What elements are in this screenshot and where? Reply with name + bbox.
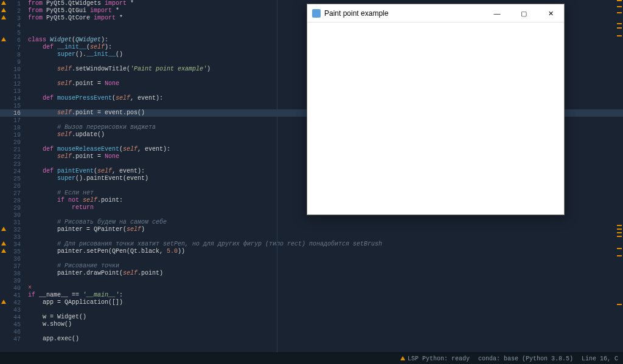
line-number: 37 — [0, 263, 24, 270]
warning-icon — [1, 300, 6, 304]
code-line[interactable]: × — [24, 284, 623, 292]
status-conda: conda: base (Python 3.8.5) — [478, 355, 573, 362]
warning-icon — [1, 37, 6, 41]
line-number: 28 — [0, 197, 24, 204]
status-lsp: LSP Python: ready — [400, 355, 470, 362]
line-number: 42 — [0, 299, 24, 306]
line-number: 2 — [0, 7, 24, 15]
line-number: 25 — [0, 175, 24, 182]
line-number: 35 — [0, 248, 24, 255]
minimap-mark — [617, 248, 622, 249]
line-number: 24 — [0, 168, 24, 175]
line-number: 38 — [0, 270, 24, 277]
minimap-mark — [617, 35, 622, 36]
line-number: 26 — [0, 182, 24, 190]
line-number: 19 — [0, 131, 24, 139]
minimap-mark — [617, 0, 622, 1]
warning-icon — [1, 15, 6, 19]
line-number: 29 — [0, 204, 24, 211]
minimap-mark — [617, 228, 622, 230]
line-number: 22 — [0, 153, 24, 160]
code-line[interactable] — [24, 306, 623, 314]
minimap-mark — [617, 27, 622, 29]
minimap-markers — [616, 0, 622, 352]
line-number: 41 — [0, 292, 24, 299]
code-line[interactable]: # Рисование точки — [24, 263, 623, 270]
line-number: 34 — [0, 241, 24, 248]
line-number: 47 — [0, 335, 24, 343]
line-number: 16 — [0, 109, 24, 117]
line-number: 5 — [0, 29, 24, 36]
minimap-mark — [617, 255, 622, 256]
code-line[interactable] — [24, 255, 623, 263]
app-icon — [312, 9, 321, 18]
line-number: 9 — [0, 58, 24, 66]
line-number: 21 — [0, 146, 24, 153]
code-line[interactable]: if __name__ == '__main__': — [24, 292, 623, 299]
line-number: 7 — [0, 44, 24, 51]
code-line[interactable]: # Рисовать будем на самом себе — [24, 219, 623, 226]
code-line[interactable]: painter = QPainter(self) — [24, 226, 623, 233]
status-position: Line 16, C — [582, 355, 618, 362]
line-number: 44 — [0, 314, 24, 321]
line-number: 17 — [0, 117, 24, 124]
line-number: 30 — [0, 211, 24, 219]
line-number: 39 — [0, 277, 24, 284]
code-line[interactable] — [24, 277, 623, 284]
warning-icon — [400, 356, 405, 360]
minimap-mark — [617, 12, 622, 13]
warning-icon — [1, 8, 6, 12]
code-line[interactable] — [24, 233, 623, 241]
line-number: 45 — [0, 321, 24, 328]
line-number: 43 — [0, 306, 24, 314]
warning-icon — [1, 249, 6, 253]
line-number: 3 — [0, 15, 24, 22]
line-number: 18 — [0, 124, 24, 131]
line-number: 32 — [0, 226, 24, 233]
line-number: 14 — [0, 95, 24, 102]
code-line[interactable]: app = QApplication([]) — [24, 299, 623, 306]
warning-icon — [1, 227, 6, 231]
minimap-mark — [617, 225, 622, 226]
line-number: 46 — [0, 328, 24, 335]
warning-icon — [1, 1, 6, 5]
minimap-mark — [617, 232, 622, 233]
code-line[interactable]: w = Widget() — [24, 314, 623, 321]
line-number: 6 — [0, 36, 24, 44]
line-number: 12 — [0, 80, 24, 88]
line-number: 11 — [0, 73, 24, 80]
warning-icon — [1, 241, 6, 246]
line-number: 27 — [0, 190, 24, 197]
line-number: 1 — [0, 0, 24, 7]
line-number: 36 — [0, 255, 24, 263]
line-number: 4 — [0, 22, 24, 29]
code-line[interactable]: w.show() — [24, 321, 623, 328]
close-button[interactable]: ✕ — [537, 4, 564, 22]
line-number: 8 — [0, 51, 24, 58]
line-number: 33 — [0, 233, 24, 241]
status-bar: LSP Python: ready conda: base (Python 3.… — [0, 352, 623, 364]
line-number: 10 — [0, 66, 24, 73]
window-buttons: — ▢ ✕ — [484, 4, 564, 22]
line-number: 20 — [0, 139, 24, 146]
line-number-gutter: 1234567891011121314151617181920212223242… — [0, 0, 24, 352]
code-line[interactable]: app.exec() — [24, 335, 623, 343]
minimap-mark — [617, 304, 622, 305]
window-titlebar[interactable]: Paint point example — ▢ ✕ — [307, 4, 564, 22]
line-number: 13 — [0, 88, 24, 95]
minimap-mark — [617, 23, 622, 24]
application-window[interactable]: Paint point example — ▢ ✕ — [307, 4, 565, 215]
minimap-mark — [617, 6, 622, 7]
line-number: 40 — [0, 284, 24, 292]
code-line[interactable]: painter.drawPoint(self.point) — [24, 270, 623, 277]
code-line[interactable] — [24, 328, 623, 335]
minimize-button[interactable]: — — [484, 4, 510, 22]
code-line[interactable]: # Для рисования точки хватит setPen, но … — [24, 241, 623, 248]
code-line[interactable]: painter.setPen(QPen(Qt.black, 5.0)) — [24, 248, 623, 255]
minimap-mark — [617, 236, 622, 237]
line-number: 15 — [0, 102, 24, 109]
window-title: Paint point example — [324, 9, 484, 18]
app-client-area[interactable] — [307, 22, 564, 215]
line-number: 31 — [0, 219, 24, 226]
maximize-button[interactable]: ▢ — [510, 4, 537, 22]
